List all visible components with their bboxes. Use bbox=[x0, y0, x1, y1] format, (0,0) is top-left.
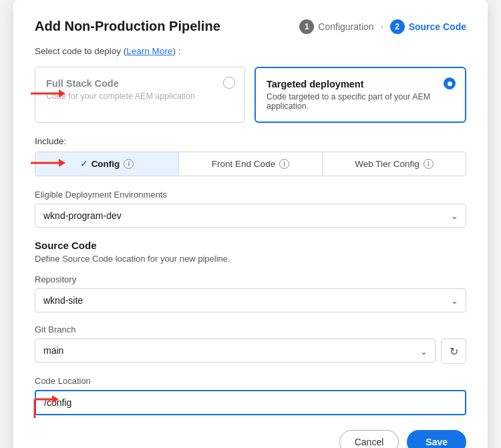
step-1-circle: 1 bbox=[299, 19, 314, 34]
page-title: Add Non-Production Pipeline bbox=[35, 19, 220, 34]
full-stack-desc: Code for your complete AEM application bbox=[46, 91, 234, 101]
repository-select-wrapper: wknd-site ⌄ bbox=[35, 288, 466, 312]
stepper-chevron: › bbox=[381, 22, 383, 31]
code-location-section: Code Location bbox=[35, 376, 466, 415]
repository-select[interactable]: wknd-site bbox=[35, 288, 466, 312]
arrow-to-code-location bbox=[29, 391, 63, 419]
code-location-label: Code Location bbox=[35, 376, 466, 386]
config-check-icon: ✓ bbox=[80, 159, 88, 169]
save-button[interactable]: Save bbox=[407, 430, 466, 448]
step-2-label: Source Code bbox=[409, 21, 466, 32]
targeted-title: Targeted deployment bbox=[267, 79, 454, 89]
tab-web-tier-label: Web Tier Config bbox=[355, 159, 420, 169]
repository-label: Repository bbox=[35, 274, 466, 284]
git-branch-select[interactable]: main bbox=[35, 339, 436, 363]
tab-web-tier-config[interactable]: Web Tier Config i bbox=[323, 152, 466, 176]
arrow-to-targeted bbox=[29, 86, 66, 101]
include-label: Include: bbox=[35, 136, 466, 146]
git-branch-select-wrapper: main ⌄ bbox=[35, 339, 436, 364]
config-info-icon[interactable]: i bbox=[124, 159, 134, 169]
deployment-label: Eligible Deployment Environments bbox=[35, 190, 466, 200]
front-end-info-icon[interactable]: i bbox=[279, 159, 289, 169]
step-1-label: Configuration bbox=[318, 21, 373, 32]
targeted-radio[interactable] bbox=[444, 77, 456, 89]
subtitle: Select code to deploy (Learn More) : bbox=[35, 46, 466, 56]
svg-marker-1 bbox=[59, 89, 65, 97]
git-branch-row: main ⌄ ↻ bbox=[35, 339, 466, 364]
footer-actions: Cancel Save bbox=[35, 430, 466, 448]
tab-front-end-label: Front End Code bbox=[212, 159, 275, 169]
arrow-to-config bbox=[29, 156, 66, 170]
svg-marker-6 bbox=[52, 395, 59, 403]
cancel-button[interactable]: Cancel bbox=[339, 430, 399, 448]
svg-marker-3 bbox=[59, 159, 65, 167]
tab-front-end-code[interactable]: Front End Code i bbox=[179, 152, 323, 176]
source-code-title: Source Code bbox=[35, 240, 466, 251]
code-location-input[interactable] bbox=[35, 390, 466, 415]
git-branch-refresh-button[interactable]: ↻ bbox=[441, 339, 466, 364]
learn-more-link[interactable]: Learn More bbox=[126, 46, 172, 56]
source-code-desc: Define Source Code location for your new… bbox=[35, 254, 466, 264]
step-2-circle: 2 bbox=[390, 19, 405, 34]
step-1: 1 Configuration bbox=[299, 19, 373, 34]
stepper: 1 Configuration › 2 Source Code bbox=[299, 19, 466, 34]
full-stack-code-option[interactable]: Full Stack Code Code for your complete A… bbox=[35, 67, 245, 123]
step-2: 2 Source Code bbox=[390, 19, 466, 34]
web-tier-info-icon[interactable]: i bbox=[424, 159, 434, 169]
git-branch-label: Git Branch bbox=[35, 324, 466, 334]
tab-config-label: Config bbox=[92, 159, 120, 169]
code-options-group: Full Stack Code Code for your complete A… bbox=[35, 67, 466, 123]
targeted-desc: Code targeted to a specific part of your… bbox=[267, 92, 454, 111]
include-tabs: ✓ Config i Front End Code i Web Tier Con… bbox=[35, 152, 466, 176]
deployment-select[interactable]: wknd-program-dev bbox=[35, 204, 466, 228]
full-stack-title: Full Stack Code bbox=[46, 78, 234, 89]
deployment-select-wrapper: wknd-program-dev ⌄ bbox=[35, 204, 466, 228]
full-stack-radio[interactable] bbox=[223, 77, 235, 89]
targeted-deployment-option[interactable]: Targeted deployment Code targeted to a s… bbox=[255, 67, 466, 123]
